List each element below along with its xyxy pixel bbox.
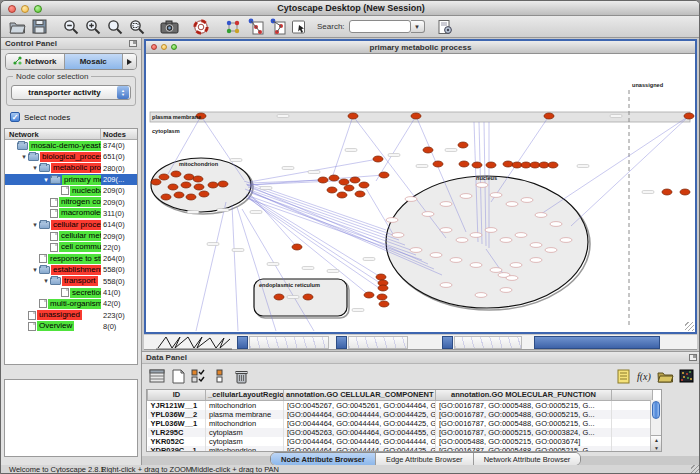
network-graph[interactable]: plasma membranecytoplasmmitochondrionnuc…: [146, 54, 695, 332]
gene-node[interactable]: [548, 162, 558, 168]
gene-node[interactable]: [378, 285, 388, 291]
nucleus-node[interactable]: [530, 258, 542, 263]
column-header[interactable]: ID: [148, 390, 206, 400]
zoom-selected-icon[interactable]: [127, 18, 147, 36]
delete-attribute-icon[interactable]: [232, 367, 250, 385]
birdseye-view-panel[interactable]: [4, 379, 138, 457]
nucleus-node[interactable]: [470, 263, 482, 268]
network-modules-icon[interactable]: [223, 18, 243, 36]
help-ring-icon[interactable]: [191, 18, 211, 36]
tree-row-multi-organism-pro[interactable]: multi-organism pro42(0): [5, 298, 137, 309]
gene-node[interactable]: [184, 174, 194, 180]
nucleus-node[interactable]: [386, 218, 398, 223]
column-header[interactable]: annotation.GO CELLULAR_COMPONENT: [284, 390, 436, 400]
gene-node[interactable]: [181, 182, 191, 188]
snapshot-icon[interactable]: [159, 18, 179, 36]
nucleus-node[interactable]: [430, 253, 442, 258]
gene-node[interactable]: [318, 177, 328, 183]
table-cell[interactable]: YLR295C: [148, 428, 206, 437]
background-window-titlebar[interactable]: [249, 336, 329, 349]
gene-node[interactable]: [530, 162, 540, 168]
table-cell[interactable]: [GO:0016787, GO:0005488, GO:0005215, G..…: [436, 419, 612, 428]
table-row[interactable]: YPL036W__1mitochondrion[GO:0044464, GO:0…: [148, 419, 653, 428]
nucleus-node[interactable]: [490, 268, 502, 273]
gene-node[interactable]: [329, 175, 339, 181]
column-header[interactable]: _cellularLayoutRegion: [206, 390, 284, 400]
notepad-icon[interactable]: [614, 367, 632, 385]
table-cell[interactable]: [GO:0045267, GO:0045261, GO:0044464, G..…: [284, 400, 436, 410]
nucleus-node[interactable]: [422, 212, 434, 217]
gene-node[interactable]: [472, 162, 482, 168]
tab-node-attribute-browser[interactable]: Node Attribute Browser: [271, 453, 376, 465]
nucleus-node[interactable]: [410, 248, 422, 253]
edge[interactable]: [196, 202, 226, 331]
nucleus-node[interactable]: [440, 202, 452, 207]
edge[interactable]: [376, 116, 416, 181]
function-icon[interactable]: f(x): [635, 367, 653, 385]
column-header[interactable]: annotation.GO MOLECULAR_FUNCTION: [436, 390, 612, 400]
nucleus-node[interactable]: [545, 248, 557, 253]
attribute-list-icon[interactable]: [211, 367, 229, 385]
nucleus-node[interactable]: [485, 228, 497, 233]
color-attribute-select[interactable]: transporter activity ▲▼: [11, 85, 131, 100]
table-cell[interactable]: YKR052C: [148, 437, 206, 446]
gene-node[interactable]: [348, 113, 358, 119]
nucleus-node[interactable]: [500, 288, 512, 293]
table-cell[interactable]: mitochondrion: [206, 419, 284, 428]
gene-node[interactable]: [292, 244, 302, 250]
table-cell[interactable]: [GO:0016787, GO:0005215, GO:0003824, G..…: [436, 428, 612, 437]
table-cell[interactable]: [612, 400, 653, 410]
gene-node[interactable]: [199, 191, 209, 197]
gene-node[interactable]: [339, 179, 349, 185]
annotation-icon[interactable]: [289, 18, 309, 36]
region-nucleus[interactable]: [386, 176, 588, 308]
gene-node[interactable]: [344, 185, 354, 191]
zoom-fit-icon[interactable]: [105, 18, 125, 36]
edge[interactable]: [571, 116, 689, 226]
nucleus-node[interactable]: [506, 202, 518, 207]
new-attribute-icon[interactable]: [169, 367, 187, 385]
gene-node[interactable]: [458, 142, 468, 148]
gene-node[interactable]: [194, 184, 204, 190]
gene-node[interactable]: [174, 192, 184, 198]
expand-arrow-icon[interactable]: ▾: [42, 277, 50, 285]
gene-node[interactable]: [503, 161, 513, 167]
nucleus-node[interactable]: [456, 238, 468, 243]
gene-node[interactable]: [376, 274, 386, 280]
table-cell[interactable]: [GO:0045263, GO:0044464, GO:0044455, G..…: [284, 428, 436, 437]
save-icon[interactable]: [29, 18, 49, 36]
nucleus-node[interactable]: [405, 197, 417, 202]
tree-row-secretion[interactable]: secretion41(0): [5, 287, 137, 298]
table-scrollbar[interactable]: ▲▼: [650, 400, 661, 452]
nucleus-node[interactable]: [550, 222, 562, 227]
float-panel-icon[interactable]: [129, 40, 137, 47]
tree-row-cell-communicat[interactable]: cell communicat22(0): [5, 242, 137, 253]
frame-resize-grip[interactable]: [685, 322, 694, 331]
network-frame-titlebar[interactable]: primary metabolic process: [146, 41, 695, 54]
tree-row-nucleobase-[interactable]: nucleobase-209(0): [5, 185, 137, 196]
expand-arrow-icon[interactable]: ▾: [20, 153, 28, 161]
nucleus-node[interactable]: [521, 198, 533, 203]
table-cell[interactable]: [612, 428, 653, 437]
gene-node[interactable]: [544, 113, 554, 119]
table-row[interactable]: YKR052Ccytoplasm[GO:0044464, GO:0044446,…: [148, 437, 653, 446]
gene-node[interactable]: [521, 162, 531, 168]
tree-row-mosaic-demo-yeast[interactable]: mosaic-demo-yeast874(0): [5, 140, 137, 151]
search-input[interactable]: [349, 20, 411, 33]
gene-node[interactable]: [350, 177, 360, 183]
nucleus-node[interactable]: [506, 276, 518, 281]
gene-node[interactable]: [364, 292, 374, 298]
tree-row-nitrogen-compo[interactable]: nitrogen compo209(0): [5, 196, 137, 207]
table-cell[interactable]: [612, 419, 653, 428]
tab-mosaic[interactable]: Mosaic: [65, 54, 124, 69]
open-icon[interactable]: [7, 18, 27, 36]
tab-edge-attribute-browser[interactable]: Edge Attribute Browser: [376, 453, 474, 465]
import-folder-icon[interactable]: [656, 367, 674, 385]
gene-node[interactable]: [208, 182, 218, 188]
gene-node[interactable]: [379, 301, 389, 307]
table-cell[interactable]: [GO:0016787, GO:0005488, GO:0005215, G..…: [436, 410, 612, 419]
gene-node[interactable]: [171, 171, 181, 177]
table-cell[interactable]: [GO:0044464, GO:0044444, GO:0044425, G..…: [284, 419, 436, 428]
nucleus-node[interactable]: [515, 233, 527, 238]
gene-node[interactable]: [303, 294, 313, 300]
